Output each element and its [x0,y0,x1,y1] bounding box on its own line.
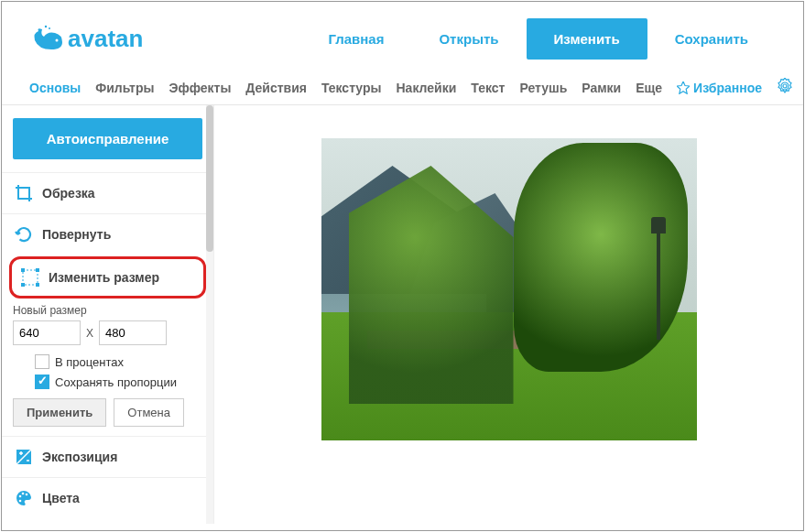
nav-save[interactable]: Сохранить [647,18,776,60]
svg-rect-5 [36,268,39,272]
gear-icon [777,78,793,94]
apply-button[interactable]: Применить [13,398,106,427]
keep-proportions-label: Сохранять пропорции [55,375,177,389]
svg-point-2 [49,27,50,29]
top-nav: Главная Открыть Изменить Сохранить [300,18,776,60]
resize-panel: Новый размер X В процентах Сохранять про… [2,300,213,436]
height-input[interactable] [99,320,167,345]
svg-point-12 [19,500,22,503]
brand-logo[interactable]: avatan [29,24,143,55]
nav-open[interactable]: Открыть [411,18,526,60]
tool-resize[interactable]: Изменить размер [9,256,206,299]
nav-edit[interactable]: Изменить [527,18,647,60]
palette-icon [15,489,33,507]
whale-icon [29,24,66,55]
auto-fix-button[interactable]: Автоисправление [13,118,202,159]
exposure-label: Экспозиция [42,450,117,464]
tool-exposure[interactable]: Экспозиция [2,436,213,477]
percent-checkbox[interactable] [35,354,49,369]
star-icon [677,81,690,94]
tab-more[interactable]: Еще [636,81,662,95]
dim-separator: X [86,327,93,340]
svg-rect-3 [23,270,38,285]
tool-crop[interactable]: Обрезка [2,172,213,213]
svg-point-10 [22,493,25,495]
category-toolbar: Основы Фильтры Эффекты Действия Текстуры… [2,71,803,105]
colors-label: Цвета [42,491,80,505]
svg-point-11 [26,494,28,496]
tool-colors[interactable]: Цвета [2,477,213,518]
rotate-label: Повернуть [42,227,111,242]
nav-home[interactable]: Главная [300,18,411,60]
svg-point-9 [19,495,22,498]
tools-sidebar: Автоисправление Обрезка Повернуть Измени… [2,105,214,524]
tab-textures[interactable]: Текстуры [321,81,382,95]
svg-rect-4 [21,268,25,272]
svg-rect-7 [36,283,39,287]
tab-actions[interactable]: Действия [245,81,307,95]
sidebar-scrollbar[interactable] [206,105,213,524]
settings-button[interactable] [777,78,793,97]
tab-frames[interactable]: Рамки [582,81,621,95]
crop-label: Обрезка [42,186,95,201]
svg-rect-6 [21,283,25,287]
tab-effects[interactable]: Эффекты [169,81,231,95]
tab-favorites[interactable]: Избранное [677,81,762,95]
tab-filters[interactable]: Фильтры [95,81,154,95]
image-preview[interactable] [321,138,697,440]
exposure-icon [15,448,33,466]
tab-text[interactable]: Текст [471,81,505,95]
tab-basics[interactable]: Основы [29,81,81,95]
width-input[interactable] [13,320,81,345]
svg-point-1 [45,25,47,27]
crop-icon [15,184,33,202]
resize-label: Изменить размер [49,270,159,285]
tab-stickers[interactable]: Наклейки [396,81,456,95]
cancel-button[interactable]: Отмена [114,398,184,427]
rotate-icon [15,225,33,244]
svg-point-0 [56,38,59,41]
tab-retouch[interactable]: Ретушь [519,81,567,95]
percent-label: В процентах [55,355,124,369]
favorites-label: Избранное [693,81,762,95]
tool-rotate[interactable]: Повернуть [2,213,213,255]
new-size-label: Новый размер [13,304,202,317]
brand-text: avatan [68,25,143,53]
keep-proportions-checkbox[interactable] [35,375,49,389]
resize-icon [21,268,39,287]
canvas-area [214,105,803,524]
